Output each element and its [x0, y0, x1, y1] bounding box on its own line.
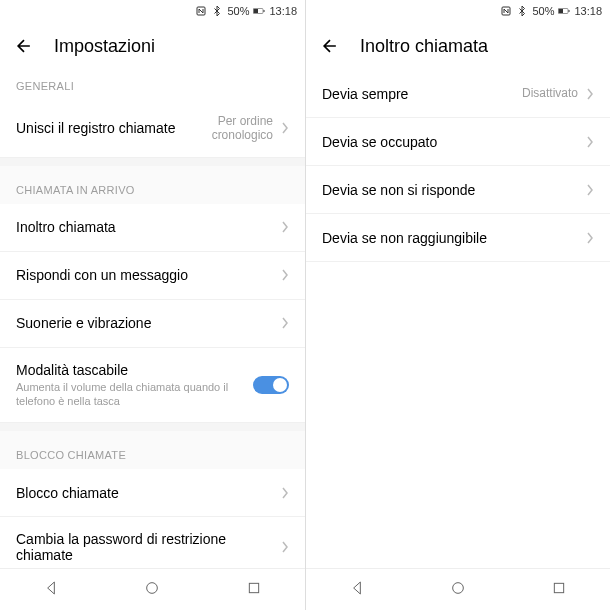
pocket-mode-toggle[interactable] [253, 376, 289, 394]
header: Impostazioni [0, 22, 305, 70]
forward-always-row[interactable]: Devia sempre Disattivato [306, 70, 610, 118]
header: Inoltro chiamata [306, 22, 610, 70]
svg-rect-9 [569, 10, 570, 12]
nav-recent-button[interactable] [551, 580, 567, 600]
row-label: Devia se non raggiungibile [322, 230, 582, 246]
page-title: Impostazioni [54, 36, 155, 57]
page-title: Inoltro chiamata [360, 36, 488, 57]
svg-point-4 [147, 582, 158, 593]
bluetooth-icon [516, 5, 528, 17]
chevron-right-icon [586, 184, 594, 196]
section-generali: GENERALI [0, 70, 305, 100]
row-label: Blocco chiamate [16, 485, 277, 501]
row-label: Cambia la password di restrizione chiama… [16, 531, 277, 563]
svg-rect-11 [555, 583, 564, 592]
battery-icon [558, 5, 570, 17]
svg-point-10 [453, 582, 464, 593]
chevron-right-icon [281, 269, 289, 281]
navigation-bar [306, 568, 610, 610]
row-label: Rispondi con un messaggio [16, 267, 277, 283]
navigation-bar [0, 568, 305, 610]
back-icon[interactable] [320, 36, 340, 56]
forward-busy-row[interactable]: Devia se occupato [306, 118, 610, 166]
chevron-right-icon [281, 487, 289, 499]
call-forwarding-row[interactable]: Inoltro chiamata [0, 204, 305, 252]
row-label: Devia se occupato [322, 134, 582, 150]
row-value: Per ordinecronologico [212, 114, 273, 143]
chevron-right-icon [281, 317, 289, 329]
bluetooth-icon [211, 5, 223, 17]
forward-noanswer-row[interactable]: Devia se non si risponde [306, 166, 610, 214]
battery-percent: 50% [532, 5, 554, 17]
chevron-right-icon [281, 221, 289, 233]
nav-back-button[interactable] [349, 580, 365, 600]
svg-rect-8 [559, 9, 564, 13]
battery-percent: 50% [227, 5, 249, 17]
row-label: Inoltro chiamata [16, 219, 277, 235]
row-label: Suonerie e vibrazione [16, 315, 277, 331]
pocket-mode-row[interactable]: Modalità tascabile Aumenta il volume del… [0, 348, 305, 424]
row-value: Disattivato [522, 86, 578, 100]
battery-icon [253, 5, 265, 17]
chevron-right-icon [281, 122, 289, 134]
chevron-right-icon [281, 541, 289, 553]
respond-with-message-row[interactable]: Rispondi con un messaggio [0, 252, 305, 300]
forward-unreachable-row[interactable]: Devia se non raggiungibile [306, 214, 610, 262]
nfc-icon [195, 5, 207, 17]
nav-recent-button[interactable] [246, 580, 262, 600]
chevron-right-icon [586, 136, 594, 148]
back-icon[interactable] [14, 36, 34, 56]
row-label: Devia se non si risponde [322, 182, 582, 198]
clock: 13:18 [574, 5, 602, 17]
svg-rect-5 [249, 583, 258, 592]
row-label: Devia sempre [322, 86, 522, 102]
nav-back-button[interactable] [43, 580, 59, 600]
ringtones-vibration-row[interactable]: Suonerie e vibrazione [0, 300, 305, 348]
section-incoming: CHIAMATA IN ARRIVO [0, 166, 305, 204]
chevron-right-icon [586, 88, 594, 100]
nfc-icon [500, 5, 512, 17]
row-sublabel: Aumenta il volume della chiamata quando … [16, 380, 253, 409]
row-label: Unisci il registro chiamate [16, 120, 212, 136]
call-blocking-row[interactable]: Blocco chiamate [0, 469, 305, 517]
status-bar: 50% 13:18 [306, 0, 610, 22]
row-label: Modalità tascabile [16, 362, 253, 378]
status-bar: 50% 13:18 [0, 0, 305, 22]
section-block: BLOCCO CHIAMATE [0, 431, 305, 469]
svg-rect-2 [254, 9, 259, 13]
merge-call-log-row[interactable]: Unisci il registro chiamate Per ordinecr… [0, 100, 305, 158]
change-restriction-password-row[interactable]: Cambia la password di restrizione chiama… [0, 517, 305, 568]
svg-rect-3 [264, 10, 265, 12]
nav-home-button[interactable] [144, 580, 160, 600]
chevron-right-icon [586, 232, 594, 244]
clock: 13:18 [269, 5, 297, 17]
nav-home-button[interactable] [450, 580, 466, 600]
